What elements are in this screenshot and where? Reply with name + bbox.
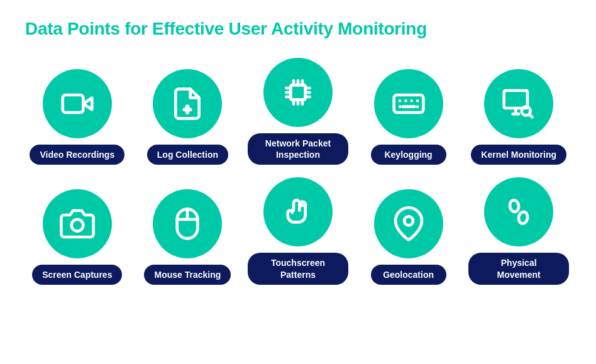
label-network-packet-inspection: Network Packet Inspection	[248, 133, 348, 165]
svg-rect-4	[504, 91, 527, 108]
label-screen-captures: Screen Captures	[32, 265, 122, 285]
icon-circle-screen-captures	[43, 189, 112, 258]
label-geolocation: Geolocation	[371, 265, 446, 285]
row-2: Screen CapturesMouse TrackingTouchscreen…	[25, 177, 571, 284]
icon-circle-touchscreen-patterns	[263, 177, 333, 246]
icon-circle-physical-movement	[484, 177, 553, 246]
label-kernel-monitoring: Kernel Monitoring	[471, 145, 566, 165]
item-geolocation: Geolocation	[358, 189, 459, 285]
item-keylogging: Keylogging	[358, 69, 459, 165]
label-video-recordings: Video Recordings	[30, 145, 124, 165]
icon-circle-keylogging	[374, 69, 443, 138]
svg-point-6	[71, 219, 83, 231]
item-mouse-tracking: Mouse Tracking	[137, 189, 238, 285]
label-keylogging: Keylogging	[371, 145, 446, 165]
icon-circle-geolocation	[374, 189, 443, 258]
icon-circle-mouse-tracking	[153, 189, 222, 258]
svg-rect-2	[290, 85, 305, 99]
svg-point-8	[509, 200, 520, 213]
item-video-recordings: Video Recordings	[27, 69, 128, 165]
svg-point-7	[404, 216, 413, 225]
label-physical-movement: Physical Movement	[468, 253, 569, 284]
svg-rect-0	[62, 95, 83, 113]
svg-point-9	[518, 211, 529, 224]
item-touchscreen-patterns: Touchscreen Patterns	[248, 177, 348, 284]
main-grid: Video RecordingsLog CollectionNetwork Pa…	[25, 58, 571, 285]
svg-point-1	[187, 106, 188, 108]
svg-rect-3	[394, 95, 423, 113]
item-kernel-monitoring: Kernel Monitoring	[468, 69, 569, 165]
item-screen-captures: Screen Captures	[27, 189, 128, 285]
item-network-packet-inspection: Network Packet Inspection	[248, 58, 348, 165]
icon-circle-network-packet-inspection	[263, 58, 333, 127]
row-1: Video RecordingsLog CollectionNetwork Pa…	[25, 58, 571, 165]
label-touchscreen-patterns: Touchscreen Patterns	[248, 253, 348, 284]
icon-circle-video-recordings	[43, 69, 112, 138]
item-log-collection: Log Collection	[137, 69, 238, 165]
page-title: Data Points for Effective User Activity …	[25, 19, 571, 39]
item-physical-movement: Physical Movement	[468, 177, 569, 284]
icon-circle-log-collection	[153, 69, 222, 138]
label-log-collection: Log Collection	[147, 145, 228, 165]
label-mouse-tracking: Mouse Tracking	[144, 265, 231, 285]
icon-circle-kernel-monitoring	[484, 69, 553, 138]
